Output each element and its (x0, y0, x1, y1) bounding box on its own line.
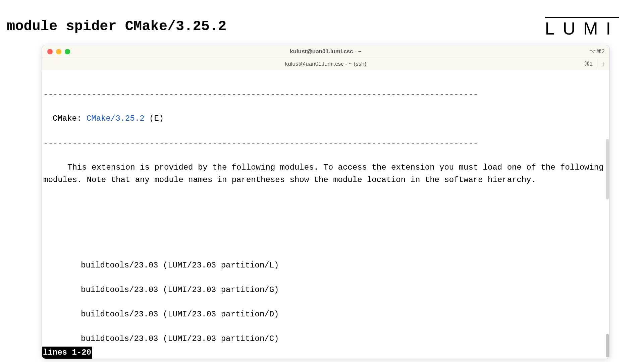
module-description: This extension is provided by the follow… (43, 162, 608, 186)
tab-shortcut: ⌘1 (584, 60, 593, 67)
window-title-bar: kulust@uan01.lumi.csc - ~ ⌥⌘2 (42, 45, 609, 58)
slide-title: module spider CMake/3.25.2 (7, 18, 226, 35)
list-item: buildtools/23.03 (LUMI/23.03 partition/G… (43, 284, 608, 296)
blank-line-2 (43, 223, 608, 235)
window-title: kulust@uan01.lumi.csc - ~ (290, 48, 362, 55)
tab-label[interactable]: kulust@uan01.lumi.csc - ~ (ssh) (285, 61, 367, 67)
terminal-body[interactable]: ----------------------------------------… (42, 70, 609, 359)
maximize-icon[interactable] (65, 49, 70, 54)
pager-status: lines 1-20 (42, 347, 92, 359)
module-list: buildtools/23.03 (LUMI/23.03 partition/L… (43, 247, 608, 359)
module-header-prefix: CMake: (53, 114, 87, 123)
minimize-icon[interactable] (56, 49, 61, 54)
separator-bottom: ----------------------------------------… (43, 137, 608, 149)
module-header: CMake: CMake/3.25.2 (E) (43, 113, 608, 125)
list-item: buildtools/23.03-bootstrap (LUMI/23.03 p… (43, 357, 608, 359)
scrollbar-thumb[interactable] (606, 139, 609, 199)
lumi-logo: LUMI (545, 17, 619, 39)
tab-bar: kulust@uan01.lumi.csc - ~ (ssh) ⌘1 + (42, 58, 609, 70)
add-tab-button[interactable]: + (597, 59, 607, 69)
terminal-window: kulust@uan01.lumi.csc - ~ ⌥⌘2 kulust@uan… (42, 45, 610, 359)
traffic-lights (47, 49, 70, 54)
blank-line-1 (43, 198, 608, 210)
window-shortcut: ⌥⌘2 (589, 48, 605, 55)
scrollbar-thumb[interactable] (606, 334, 609, 357)
module-link: CMake/3.25.2 (87, 114, 145, 123)
list-item: buildtools/23.03 (LUMI/23.03 partition/L… (43, 259, 608, 272)
list-item: buildtools/23.03 (LUMI/23.03 partition/D… (43, 308, 608, 320)
separator-top: ----------------------------------------… (43, 88, 608, 100)
close-icon[interactable] (47, 49, 53, 54)
module-header-suffix: (E) (145, 114, 164, 123)
list-item: buildtools/23.03 (LUMI/23.03 partition/C… (43, 333, 608, 345)
